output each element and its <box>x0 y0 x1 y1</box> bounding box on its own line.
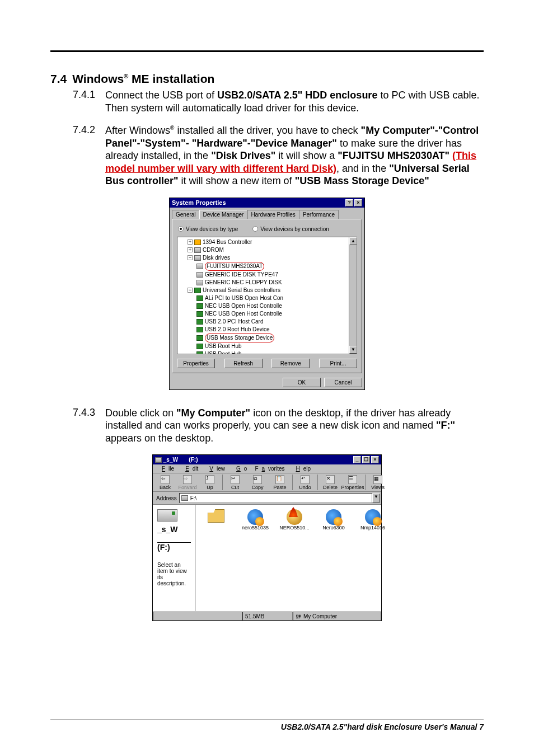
file-label: Nero6300 <box>322 525 345 530</box>
text: appears on the desktop. <box>105 433 213 444</box>
tree-item[interactable]: USB Root Hub <box>205 342 242 350</box>
usb-icon <box>196 295 203 301</box>
scroll-down-icon[interactable]: ▼ <box>349 346 357 354</box>
views-button[interactable]: ▦Views <box>367 475 389 490</box>
para-num-742: 7.4.2 <box>73 124 105 187</box>
minimize-button[interactable]: _ <box>353 456 361 463</box>
print-button[interactable]: Print... <box>319 359 357 368</box>
close-button[interactable]: × <box>371 456 379 463</box>
up-button[interactable]: ⤴Up <box>199 475 221 490</box>
tree-item[interactable]: USB 2.0 PCI Host Card <box>205 318 263 326</box>
menu-edit[interactable]: Edit <box>179 465 202 472</box>
tab-performance[interactable]: Performance <box>299 210 339 219</box>
file-item[interactable]: nero551035 <box>240 509 271 530</box>
text: it will show a <box>275 150 338 161</box>
close-button[interactable]: × <box>354 199 362 206</box>
tree-item[interactable]: NEC USB Open Host Controlle <box>205 302 282 310</box>
maximize-button[interactable]: ☐ <box>362 456 370 463</box>
address-field[interactable]: F:\ <box>179 493 372 503</box>
scrollbar[interactable]: ▲ ▼ <box>349 237 357 354</box>
ok-button[interactable]: OK <box>283 378 321 387</box>
tab-device-manager[interactable]: Device Manager <box>199 210 248 219</box>
menu-help[interactable]: Help <box>289 465 315 472</box>
device-tree[interactable]: +1394 Bus Controller +CDROM −Disk drives… <box>177 237 357 354</box>
paste-button[interactable]: 📋Paste <box>269 475 291 490</box>
page-top-rule <box>50 50 484 52</box>
explorer-body: _s_W (F:) Select an item to view its des… <box>153 505 381 611</box>
expand-icon[interactable]: + <box>188 247 193 252</box>
folder-item[interactable] <box>200 509 232 523</box>
help-button[interactable]: ? <box>345 199 353 206</box>
tab-hardware-profiles[interactable]: Hardware Profiles <box>247 210 299 219</box>
refresh-button[interactable]: Refresh <box>224 359 263 368</box>
file-pane[interactable]: nero551035 NERO5510... Nero6300 Nmp14016 <box>196 505 393 611</box>
expand-icon[interactable]: + <box>188 240 193 245</box>
cancel-button[interactable]: Cancel <box>324 378 362 387</box>
file-label: NERO5510... <box>279 525 310 530</box>
views-icon: ▦ <box>373 475 382 484</box>
computer-icon: 🖳 <box>296 613 301 619</box>
tree-item[interactable]: GENERIC IDE DISK TYPE47 <box>205 271 278 279</box>
tb-label: Paste <box>273 485 286 490</box>
separator <box>292 475 293 490</box>
drive-label: _s_W (F:) <box>157 525 191 552</box>
text: Double click on <box>105 407 176 419</box>
section-heading: 7.4Windows® ME installation <box>50 72 484 86</box>
collapse-icon[interactable]: − <box>188 288 193 293</box>
properties-button[interactable]: ☰Properties <box>341 475 364 490</box>
drive-large-icon <box>157 509 177 522</box>
tab-general[interactable]: General <box>172 210 200 219</box>
side-hint: Select an item to view its description. <box>157 562 191 586</box>
menu-view[interactable]: View <box>203 465 228 472</box>
collapse-icon[interactable]: − <box>188 255 193 260</box>
menu-go[interactable]: Go <box>229 465 250 472</box>
delete-button[interactable]: ✕Delete <box>319 475 341 490</box>
address-label: Address <box>154 495 179 501</box>
scroll-up-icon[interactable]: ▲ <box>349 237 357 245</box>
drive-icon <box>155 457 162 463</box>
tree-item[interactable]: CDROM <box>203 246 224 254</box>
para-num-743: 7.4.3 <box>73 407 105 445</box>
copy-button[interactable]: ⧉Copy <box>246 475 269 490</box>
radio-view-by-type[interactable]: View devices by type <box>178 226 238 232</box>
usb-icon <box>196 311 203 317</box>
back-button[interactable]: ⇦Back <box>154 475 176 490</box>
menu-favorites[interactable]: Favorites <box>251 465 288 472</box>
tb-label: Views <box>371 485 385 490</box>
tree-item[interactable]: GENERIC NEC FLOPPY DISK <box>205 279 282 287</box>
bold-text: USB2.0/SATA 2.5" HDD enclosure <box>217 90 377 101</box>
highlighted-device: USB Mass Storage Device <box>205 334 274 342</box>
tree-item[interactable]: FUJITSU MHS2030AT <box>207 263 263 269</box>
usb-icon <box>196 303 203 309</box>
usb-controller-icon <box>194 288 201 293</box>
address-bar: Address F:\ ▼ <box>153 492 381 505</box>
address-dropdown[interactable]: ▼ <box>372 494 380 503</box>
window-title: _s_W (F:) <box>155 457 198 463</box>
file-item[interactable]: Nmp14016 <box>357 509 388 530</box>
dialog-titlebar[interactable]: System Properties ? × <box>170 198 364 208</box>
undo-button[interactable]: ↶Undo <box>294 475 316 490</box>
file-item[interactable]: NERO5510... <box>279 509 310 530</box>
menu-file[interactable]: FFileile <box>155 465 177 472</box>
bold-text: "Disk Drives" <box>211 150 275 161</box>
radio-view-by-connection[interactable]: View devices by connection <box>252 226 329 232</box>
tree-item[interactable]: USB Mass Storage Device <box>207 335 273 341</box>
folder-icon <box>208 509 224 523</box>
title-text: _s_W <box>163 457 178 463</box>
tree-item[interactable]: USB 2.0 Root Hub Device <box>205 326 270 334</box>
file-item[interactable]: Nero6300 <box>318 509 349 530</box>
remove-button[interactable]: Remove <box>271 359 310 368</box>
tree-item[interactable]: Universal Serial Bus controllers <box>203 287 280 294</box>
explorer-titlebar[interactable]: _s_W (F:) _ ☐ × <box>153 455 381 464</box>
tree-item[interactable]: USB Root Hub <box>205 350 242 354</box>
properties-icon: ☰ <box>348 475 357 484</box>
tree-item[interactable]: ALi PCI to USB Open Host Con <box>205 294 283 302</box>
tree-item[interactable]: NEC USB Open Host Controlle <box>205 310 282 318</box>
up-icon: ⤴ <box>205 475 214 484</box>
disk-icon <box>196 264 203 269</box>
properties-button[interactable]: Properties <box>177 359 215 368</box>
tree-item[interactable]: 1394 Bus Controller <box>203 238 252 246</box>
tree-item[interactable]: Disk drives <box>203 254 230 262</box>
cut-button[interactable]: ✂Cut <box>224 475 246 490</box>
forward-button[interactable]: ⇨Forward <box>176 475 199 490</box>
